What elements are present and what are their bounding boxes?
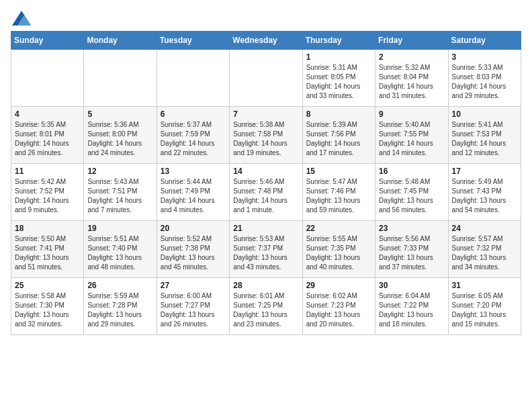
calendar-cell: 4Sunrise: 5:35 AM Sunset: 8:01 PM Daylig… <box>11 107 84 164</box>
weekday-header: Sunday <box>11 32 84 50</box>
day-number: 26 <box>87 281 152 290</box>
calendar-cell: 17Sunrise: 5:49 AM Sunset: 7:43 PM Dayli… <box>448 164 521 221</box>
calendar-cell: 3Sunrise: 5:33 AM Sunset: 8:03 PM Daylig… <box>448 50 521 107</box>
day-number: 29 <box>306 281 371 290</box>
day-info: Sunrise: 5:43 AM Sunset: 7:51 PM Dayligh… <box>87 177 152 215</box>
day-number: 28 <box>233 281 298 290</box>
weekday-header: Thursday <box>302 32 375 50</box>
day-number: 8 <box>306 109 371 119</box>
day-number: 22 <box>306 224 371 233</box>
day-info: Sunrise: 6:04 AM Sunset: 7:22 PM Dayligh… <box>379 291 444 329</box>
calendar-cell: 14Sunrise: 5:46 AM Sunset: 7:48 PM Dayli… <box>230 164 302 221</box>
calendar-cell: 12Sunrise: 5:43 AM Sunset: 7:51 PM Dayli… <box>84 164 157 221</box>
calendar-cell: 6Sunrise: 5:37 AM Sunset: 7:59 PM Daylig… <box>157 107 229 164</box>
calendar-cell: 2Sunrise: 5:32 AM Sunset: 8:04 PM Daylig… <box>375 50 448 107</box>
calendar-cell: 22Sunrise: 5:55 AM Sunset: 7:35 PM Dayli… <box>302 221 375 278</box>
day-number: 31 <box>452 281 517 290</box>
day-number: 5 <box>87 109 152 119</box>
day-number: 15 <box>306 167 371 176</box>
calendar-cell: 24Sunrise: 5:57 AM Sunset: 7:32 PM Dayli… <box>448 221 521 278</box>
calendar-cell: 28Sunrise: 6:01 AM Sunset: 7:25 PM Dayli… <box>230 278 302 335</box>
calendar-cell: 30Sunrise: 6:04 AM Sunset: 7:22 PM Dayli… <box>375 278 448 335</box>
day-number: 7 <box>233 109 298 119</box>
day-info: Sunrise: 5:38 AM Sunset: 7:58 PM Dayligh… <box>233 120 298 158</box>
day-number: 9 <box>379 109 444 119</box>
day-number: 21 <box>233 224 298 233</box>
calendar-cell <box>157 50 229 107</box>
calendar-cell: 8Sunrise: 5:39 AM Sunset: 7:56 PM Daylig… <box>302 107 375 164</box>
day-number: 4 <box>15 109 80 119</box>
day-number: 18 <box>15 224 80 233</box>
day-info: Sunrise: 5:46 AM Sunset: 7:48 PM Dayligh… <box>233 177 298 215</box>
calendar-cell: 31Sunrise: 6:05 AM Sunset: 7:20 PM Dayli… <box>448 278 521 335</box>
calendar-week-row: 25Sunrise: 5:58 AM Sunset: 7:30 PM Dayli… <box>11 278 521 335</box>
day-info: Sunrise: 5:40 AM Sunset: 7:55 PM Dayligh… <box>379 120 444 158</box>
calendar-cell: 13Sunrise: 5:44 AM Sunset: 7:49 PM Dayli… <box>157 164 229 221</box>
calendar-cell: 19Sunrise: 5:51 AM Sunset: 7:40 PM Dayli… <box>84 221 157 278</box>
day-number: 25 <box>15 281 80 290</box>
calendar-cell <box>230 50 302 107</box>
calendar-table: SundayMondayTuesdayWednesdayThursdayFrid… <box>11 31 521 335</box>
calendar-header: SundayMondayTuesdayWednesdayThursdayFrid… <box>11 32 521 50</box>
day-number: 1 <box>306 52 371 62</box>
day-number: 14 <box>233 167 298 176</box>
day-number: 24 <box>452 224 517 233</box>
calendar-cell: 1Sunrise: 5:31 AM Sunset: 8:05 PM Daylig… <box>302 50 375 107</box>
day-info: Sunrise: 5:49 AM Sunset: 7:43 PM Dayligh… <box>452 177 517 215</box>
calendar-week-row: 4Sunrise: 5:35 AM Sunset: 8:01 PM Daylig… <box>11 107 521 164</box>
day-info: Sunrise: 5:41 AM Sunset: 7:53 PM Dayligh… <box>452 120 517 158</box>
day-info: Sunrise: 5:50 AM Sunset: 7:41 PM Dayligh… <box>15 234 80 272</box>
day-info: Sunrise: 5:31 AM Sunset: 8:05 PM Dayligh… <box>306 63 371 101</box>
day-info: Sunrise: 5:56 AM Sunset: 7:33 PM Dayligh… <box>379 234 444 272</box>
calendar-cell: 16Sunrise: 5:48 AM Sunset: 7:45 PM Dayli… <box>375 164 448 221</box>
day-info: Sunrise: 5:57 AM Sunset: 7:32 PM Dayligh… <box>452 234 517 272</box>
day-number: 2 <box>379 52 444 62</box>
day-info: Sunrise: 6:01 AM Sunset: 7:25 PM Dayligh… <box>233 291 298 329</box>
day-info: Sunrise: 5:37 AM Sunset: 7:59 PM Dayligh… <box>161 120 226 158</box>
day-number: 30 <box>379 281 444 290</box>
day-info: Sunrise: 6:00 AM Sunset: 7:27 PM Dayligh… <box>161 291 226 329</box>
day-info: Sunrise: 5:39 AM Sunset: 7:56 PM Dayligh… <box>306 120 371 158</box>
day-number: 20 <box>161 224 226 233</box>
day-info: Sunrise: 5:32 AM Sunset: 8:04 PM Dayligh… <box>379 63 444 101</box>
calendar-cell <box>11 50 84 107</box>
day-info: Sunrise: 5:48 AM Sunset: 7:45 PM Dayligh… <box>379 177 444 215</box>
weekday-header: Monday <box>84 32 157 50</box>
calendar-cell: 20Sunrise: 5:52 AM Sunset: 7:38 PM Dayli… <box>157 221 229 278</box>
day-info: Sunrise: 5:44 AM Sunset: 7:49 PM Dayligh… <box>161 177 226 215</box>
day-number: 13 <box>161 167 226 176</box>
day-info: Sunrise: 5:47 AM Sunset: 7:46 PM Dayligh… <box>306 177 371 215</box>
calendar-week-row: 1Sunrise: 5:31 AM Sunset: 8:05 PM Daylig… <box>11 50 521 107</box>
calendar-cell: 9Sunrise: 5:40 AM Sunset: 7:55 PM Daylig… <box>375 107 448 164</box>
weekday-header: Wednesday <box>230 32 302 50</box>
day-number: 23 <box>379 224 444 233</box>
day-info: Sunrise: 5:58 AM Sunset: 7:30 PM Dayligh… <box>15 291 80 329</box>
page-header <box>11 11 521 26</box>
calendar-cell: 23Sunrise: 5:56 AM Sunset: 7:33 PM Dayli… <box>375 221 448 278</box>
day-number: 10 <box>452 109 517 119</box>
day-info: Sunrise: 5:35 AM Sunset: 8:01 PM Dayligh… <box>15 120 80 158</box>
calendar-cell: 25Sunrise: 5:58 AM Sunset: 7:30 PM Dayli… <box>11 278 84 335</box>
day-info: Sunrise: 5:52 AM Sunset: 7:38 PM Dayligh… <box>161 234 226 272</box>
day-info: Sunrise: 6:05 AM Sunset: 7:20 PM Dayligh… <box>452 291 517 329</box>
day-number: 11 <box>15 167 80 176</box>
day-info: Sunrise: 5:33 AM Sunset: 8:03 PM Dayligh… <box>452 63 517 101</box>
day-info: Sunrise: 5:55 AM Sunset: 7:35 PM Dayligh… <box>306 234 371 272</box>
weekday-header: Tuesday <box>157 32 229 50</box>
calendar-cell: 15Sunrise: 5:47 AM Sunset: 7:46 PM Dayli… <box>302 164 375 221</box>
day-number: 3 <box>452 52 517 62</box>
calendar-cell: 10Sunrise: 5:41 AM Sunset: 7:53 PM Dayli… <box>448 107 521 164</box>
day-number: 16 <box>379 167 444 176</box>
calendar-cell: 7Sunrise: 5:38 AM Sunset: 7:58 PM Daylig… <box>230 107 302 164</box>
day-number: 19 <box>87 224 152 233</box>
day-number: 27 <box>161 281 226 290</box>
calendar-week-row: 11Sunrise: 5:42 AM Sunset: 7:52 PM Dayli… <box>11 164 521 221</box>
weekday-header: Saturday <box>448 32 521 50</box>
calendar-cell: 26Sunrise: 5:59 AM Sunset: 7:28 PM Dayli… <box>84 278 157 335</box>
day-number: 12 <box>87 167 152 176</box>
calendar-cell: 29Sunrise: 6:02 AM Sunset: 7:23 PM Dayli… <box>302 278 375 335</box>
day-info: Sunrise: 5:42 AM Sunset: 7:52 PM Dayligh… <box>15 177 80 215</box>
day-info: Sunrise: 5:53 AM Sunset: 7:37 PM Dayligh… <box>233 234 298 272</box>
day-info: Sunrise: 5:36 AM Sunset: 8:00 PM Dayligh… <box>87 120 152 158</box>
day-info: Sunrise: 5:59 AM Sunset: 7:28 PM Dayligh… <box>87 291 152 329</box>
